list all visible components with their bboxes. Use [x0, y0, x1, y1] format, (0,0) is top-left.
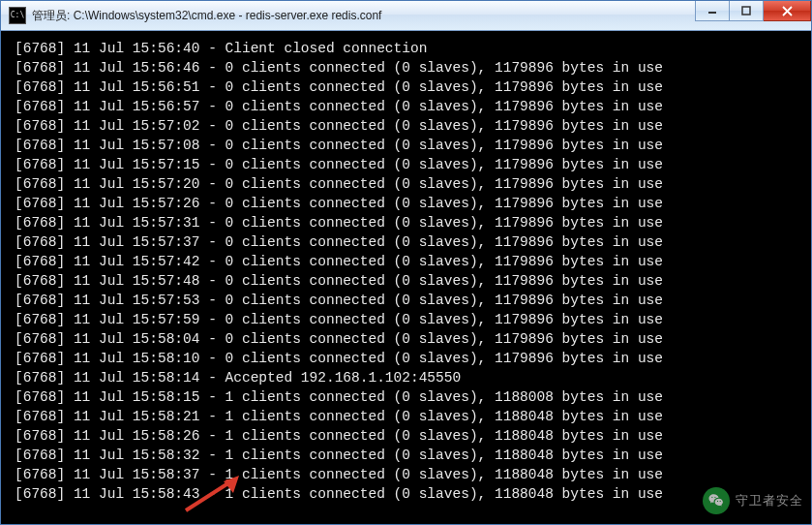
- terminal-line: [6768] 11 Jul 15:57:26 - 0 clients conne…: [15, 194, 797, 213]
- terminal-line: [6768] 11 Jul 15:58:10 - 0 clients conne…: [15, 349, 797, 368]
- terminal-line: [6768] 11 Jul 15:57:53 - 0 clients conne…: [15, 291, 797, 310]
- close-button[interactable]: [764, 1, 811, 21]
- terminal-output[interactable]: [6768] 11 Jul 15:56:40 - Client closed c…: [7, 33, 805, 518]
- terminal-line: [6768] 11 Jul 15:56:46 - 0 clients conne…: [15, 58, 797, 77]
- terminal-line: [6768] 11 Jul 15:56:51 - 0 clients conne…: [15, 77, 797, 97]
- terminal-line: [6768] 11 Jul 15:58:26 - 1 clients conne…: [15, 426, 797, 446]
- window-controls: [695, 1, 811, 20]
- svg-rect-1: [742, 7, 750, 15]
- wechat-icon: [703, 487, 730, 514]
- terminal-line: [6768] 11 Jul 15:58:43 - 1 clients conne…: [15, 484, 797, 504]
- terminal-line: [6768] 11 Jul 15:56:57 - 0 clients conne…: [15, 97, 797, 116]
- terminal-line: [6768] 11 Jul 15:58:15 - 1 clients conne…: [15, 387, 797, 407]
- terminal-line: [6768] 11 Jul 15:58:04 - 0 clients conne…: [15, 329, 797, 349]
- watermark: 守卫者安全: [703, 487, 803, 514]
- terminal-line: [6768] 11 Jul 15:57:48 - 0 clients conne…: [15, 271, 797, 291]
- terminal-line: [6768] 11 Jul 15:57:31 - 0 clients conne…: [15, 213, 797, 232]
- terminal-line: [6768] 11 Jul 15:57:20 - 0 clients conne…: [15, 174, 797, 194]
- maximize-button[interactable]: [730, 1, 764, 21]
- terminal-line: [6768] 11 Jul 15:58:37 - 1 clients conne…: [15, 465, 797, 484]
- cmd-app-icon: C:\: [9, 7, 26, 24]
- terminal-line: [6768] 11 Jul 15:58:32 - 1 clients conne…: [15, 446, 797, 465]
- terminal-line: [6768] 11 Jul 15:58:14 - Accepted 192.16…: [15, 368, 797, 387]
- terminal-line: [6768] 11 Jul 15:57:59 - 0 clients conne…: [15, 310, 797, 329]
- terminal-line: [6768] 11 Jul 15:58:21 - 1 clients conne…: [15, 407, 797, 426]
- titlebar[interactable]: C:\ 管理员: C:\Windows\system32\cmd.exe - r…: [1, 1, 811, 31]
- terminal-line: [6768] 11 Jul 15:57:02 - 0 clients conne…: [15, 116, 797, 136]
- terminal-line: [6768] 11 Jul 15:57:42 - 0 clients conne…: [15, 252, 797, 271]
- window-title: 管理员: C:\Windows\system32\cmd.exe - redis…: [32, 8, 381, 24]
- svg-rect-0: [708, 12, 716, 14]
- terminal-line: [6768] 11 Jul 15:56:40 - Client closed c…: [15, 39, 797, 58]
- app-window: C:\ 管理员: C:\Windows\system32\cmd.exe - r…: [0, 0, 812, 525]
- terminal-line: [6768] 11 Jul 15:57:08 - 0 clients conne…: [15, 136, 797, 155]
- terminal-line: [6768] 11 Jul 15:57:37 - 0 clients conne…: [15, 232, 797, 252]
- maximize-icon: [741, 6, 751, 15]
- minimize-icon: [707, 6, 717, 15]
- minimize-button[interactable]: [695, 1, 730, 21]
- watermark-text: 守卫者安全: [736, 492, 803, 510]
- close-icon: [782, 6, 793, 16]
- terminal-line: [6768] 11 Jul 15:57:15 - 0 clients conne…: [15, 155, 797, 174]
